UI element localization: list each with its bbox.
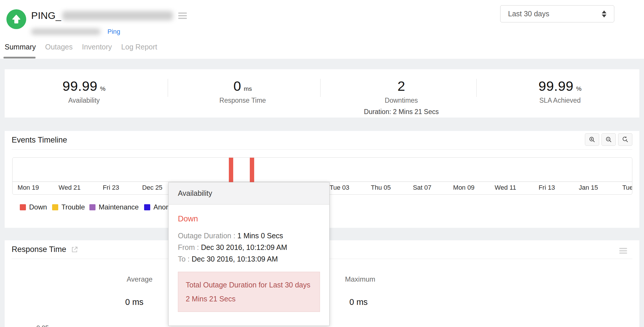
stat-label: Response Time xyxy=(163,97,322,104)
time-range-select[interactable]: Last 30 days xyxy=(500,5,614,22)
stat-unit: ms xyxy=(244,85,252,92)
time-range-value: Last 30 days xyxy=(500,10,602,18)
total-outage-note-title: Total Outage Duration for Last 30 days xyxy=(186,278,312,292)
tab-bar: SummaryOutagesInventoryLog Report xyxy=(5,43,157,55)
x-axis-label: Fri 13 xyxy=(539,184,555,191)
tooltip-row-label: From : xyxy=(178,243,201,251)
monitor-actions-menu-icon[interactable] xyxy=(178,13,187,19)
stat-label: SLA Achieved xyxy=(481,97,639,104)
stat-label: Availability xyxy=(5,97,163,104)
timeline-zoom-controls xyxy=(585,133,632,146)
tooltip-detail-rows: Outage Duration : 1 Mins 0 SecsFrom : De… xyxy=(178,230,320,265)
redacted-title-text xyxy=(62,11,173,20)
x-axis-label: Wed 11 xyxy=(495,184,516,191)
stat-unit: % xyxy=(100,85,106,92)
stat-downtimes: 2DowntimesDuration: 2 Mins 21 Secs xyxy=(322,69,481,118)
legend-label: Down xyxy=(29,203,47,211)
tab-summary[interactable]: Summary xyxy=(5,43,36,55)
total-outage-note: Total Outage Duration for Last 30 days 2… xyxy=(178,272,320,312)
zoom-out-button[interactable] xyxy=(601,133,616,146)
stat-value-row: 0ms xyxy=(163,78,322,94)
down-event-bar[interactable] xyxy=(250,158,254,182)
x-axis-label: Thu 05 xyxy=(371,184,391,191)
stat-sla-achieved: 99.99%SLA Achieved xyxy=(481,69,639,118)
anomaly-swatch-icon xyxy=(144,204,150,210)
tooltip-row: From : Dec 30 2016, 10:12:09 AM xyxy=(178,241,320,253)
zoom-in-button[interactable] xyxy=(585,133,599,146)
tooltip-status-down: Down xyxy=(178,214,320,223)
down-event-bar[interactable] xyxy=(229,158,233,182)
zoom-reset-button[interactable] xyxy=(618,133,632,146)
x-axis-label: Sat 07 xyxy=(413,184,431,191)
stat-extra-duration: Duration: 2 Mins 21 Secs xyxy=(322,108,481,116)
stat-value-row: 99.99% xyxy=(481,78,639,94)
total-outage-note-value: 2 Mins 21 Secs xyxy=(186,292,312,306)
tooltip-row-value: Dec 30 2016, 10:13:09 AM xyxy=(192,255,278,263)
monitor-type-link[interactable]: Ping xyxy=(107,28,120,35)
stat-value: 99.99 xyxy=(539,78,574,94)
x-axis-label: Wed 21 xyxy=(59,184,80,191)
select-spinner-icon xyxy=(602,10,606,17)
monitor-status-up-icon xyxy=(6,9,26,29)
maintenance-swatch-icon xyxy=(89,204,95,210)
x-axis-label: Jan 15 xyxy=(579,184,598,191)
response-time-title: Response Time xyxy=(12,245,66,254)
active-tab-underline xyxy=(3,57,36,58)
x-axis-label: Tue xyxy=(622,184,632,191)
stat-value: 2 xyxy=(397,78,405,94)
legend-label: Trouble xyxy=(61,203,85,211)
tooltip-row: Outage Duration : 1 Mins 0 Secs xyxy=(178,230,320,241)
events-timeline-title: Events Timeline xyxy=(12,136,67,145)
x-axis-label: Tue 03 xyxy=(330,184,349,191)
tooltip-row-value: 1 Mins 0 Secs xyxy=(237,232,283,240)
x-axis-label: Mon 09 xyxy=(453,184,474,191)
section-divider xyxy=(12,149,632,150)
stat-unit: % xyxy=(576,85,582,92)
x-axis-label: Fri 23 xyxy=(103,184,119,191)
summary-stats-card: 99.99%Availability0msResponse Time2Downt… xyxy=(5,69,639,118)
average-label: Average xyxy=(127,275,153,283)
stat-value: 99.99 xyxy=(63,78,98,94)
page-header: PING_ Ping Last 30 days SummaryOutagesIn… xyxy=(0,0,644,59)
x-axis-label: Mon 19 xyxy=(17,184,39,191)
tab-outages[interactable]: Outages xyxy=(45,43,73,55)
stat-value-row: 99.99% xyxy=(5,78,163,94)
stat-label: Downtimes xyxy=(322,97,481,104)
maximum-value: 0 ms xyxy=(349,297,368,307)
tooltip-row: To : Dec 30 2016, 10:13:09 AM xyxy=(178,253,320,265)
average-value: 0 ms xyxy=(125,297,144,307)
stat-availability: 99.99%Availability xyxy=(5,69,163,118)
x-axis-label: Dec 25 xyxy=(142,184,162,191)
monitor-title: PING_ xyxy=(31,10,61,21)
stat-value: 0 xyxy=(233,78,241,94)
y-axis-tick: 0.05 xyxy=(36,324,49,327)
stat-response-time: 0msResponse Time xyxy=(163,69,322,118)
legend-item-down[interactable]: Down xyxy=(20,203,47,211)
tooltip-row-label: Outage Duration : xyxy=(178,232,237,240)
tab-log-report[interactable]: Log Report xyxy=(121,43,157,55)
tooltip-row-label: To : xyxy=(178,255,192,263)
maximum-label: Maximum xyxy=(345,275,375,283)
open-in-new-icon[interactable] xyxy=(71,246,78,253)
tooltip-title: Availability xyxy=(169,182,329,205)
x-axis-line xyxy=(13,182,632,182)
availability-tooltip: Availability Down Outage Duration : 1 Mi… xyxy=(168,182,330,326)
trouble-swatch-icon xyxy=(52,204,58,210)
stat-value-row: 2 xyxy=(322,78,481,94)
chart-context-menu-icon[interactable] xyxy=(619,248,627,254)
redacted-host-text xyxy=(31,29,100,35)
legend-item-maintenance[interactable]: Maintenance xyxy=(89,203,139,211)
legend-item-trouble[interactable]: Trouble xyxy=(52,203,85,211)
tab-inventory[interactable]: Inventory xyxy=(82,43,112,55)
tooltip-row-value: Dec 30 2016, 10:12:09 AM xyxy=(201,243,287,251)
legend-label: Maintenance xyxy=(99,203,139,211)
down-swatch-icon xyxy=(20,204,26,210)
